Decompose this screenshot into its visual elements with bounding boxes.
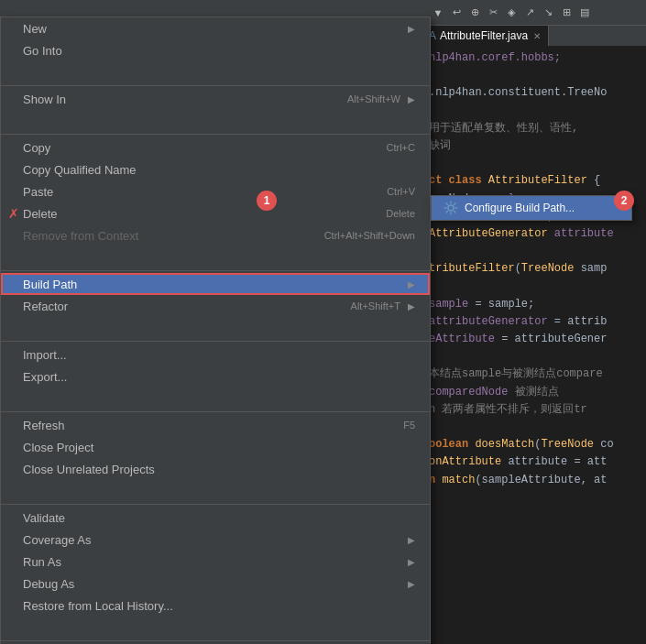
context-menu: New▶Go IntoShow InAlt+Shift+W▶CopyCtrl+C… [0,16,431,644]
toolbar-add-icon[interactable]: ⊕ [466,5,483,21]
menu-item-delete[interactable]: ✗DeleteDelete [1,202,430,224]
menu-item-run-as[interactable]: Run As▶ [1,551,430,573]
menu-item-label-debug-as: Debug As [23,577,400,591]
menu-item-validate[interactable]: Validate [1,507,430,529]
toolbar-dropdown-icon[interactable]: ▼ [430,5,446,21]
menu-item-label-restore-history: Restore from Local History... [23,599,415,613]
menu-separator [1,341,430,342]
menu-item-label-close-project: Close Project [23,441,415,454]
menu-item-refresh[interactable]: RefreshF5 [1,414,430,436]
menu-item-import[interactable]: Import... [1,344,430,366]
menu-item-arrow-new: ▶ [408,24,415,34]
menu-item-undefined[interactable] [1,480,430,502]
badge-1: 1 [257,191,277,211]
menu-item-arrow-refactor: ▶ [408,301,415,311]
toolbar-grid-icon[interactable]: ⊞ [558,5,575,21]
menu-item-shortcut-copy: Ctrl+C [387,142,415,153]
toolbar-pin-icon[interactable]: ◈ [503,5,520,21]
code-line: oolean doesMatch(TreeNode co [429,436,639,453]
menu-separator [1,411,430,412]
menu-item-go-into[interactable]: Go Into [1,39,430,61]
menu-item-export[interactable]: Export... [1,366,430,387]
menu-item-undefined[interactable] [1,617,430,639]
code-line: n 若两者属性不排斥，则返回tr [429,401,639,419]
gear-icon [443,200,459,216]
toolbar-expand-icon[interactable]: ↗ [521,5,538,21]
menu-item-restore-history[interactable]: Restore from Local History... [1,595,430,617]
menu-item-shortcut-refresh: F5 [403,420,415,431]
menu-item-label-remove-context: Remove from Context [23,229,302,243]
code-line: 缺词 [429,137,639,155]
menu-item-close-project[interactable]: Close Project [1,436,430,458]
menu-item-copy-qualified[interactable]: Copy Qualified Name [1,158,430,180]
code-line: comparedNode 被测结点 [429,384,639,401]
menu-separator [1,85,430,86]
menu-item-label-build-path: Build Path [23,278,400,291]
menu-item-label-export: Export... [23,370,415,384]
toolbar-list-icon[interactable]: ▤ [576,5,593,21]
menu-item-undefined[interactable] [1,110,430,132]
menu-item-paste[interactable]: PasteCtrl+V [1,180,430,202]
menu-item-icon-delete: ✗ [5,206,23,221]
submenu-label: Configure Build Path... [465,202,575,214]
menu-item-label-go-into: Go Into [23,44,415,58]
code-line [429,155,639,172]
menu-item-label-copy: Copy [23,141,365,155]
toolbar-icons: ▼ ↩ ⊕ ✂ ◈ ↗ ↘ ⊞ ▤ [430,5,593,21]
menu-item-arrow-build-path: ▶ [408,279,415,289]
menu-item-refactor[interactable]: RefactorAlt+Shift+T▶ [1,295,430,317]
code-line: 用于适配单复数、性别、语性, [429,120,639,137]
code-line [429,243,639,260]
menu-item-label-refresh: Refresh [23,419,381,432]
toolbar-cut-icon[interactable]: ✂ [485,5,501,21]
tab-close-icon[interactable]: ✕ [533,31,541,41]
menu-item-label-paste: Paste [23,185,365,199]
code-line: AttributeGenerator attribute [429,225,639,243]
menu-item-label-delete: Delete [23,207,364,221]
menu-item-label-import: Import... [23,348,415,362]
menu-separator [1,270,430,271]
menu-item-label-validate: Validate [23,511,415,525]
toolbar-collapse-icon[interactable]: ↘ [540,5,556,21]
menu-item-debug-as[interactable]: Debug As▶ [1,573,430,595]
menu-item-undefined[interactable] [1,61,430,83]
tab-attributefilter[interactable]: A AttributeFilter.java ✕ [422,26,549,46]
menu-item-copy[interactable]: CopyCtrl+C [1,136,430,158]
menu-item-shortcut-remove-context: Ctrl+Alt+Shift+Down [324,230,415,241]
code-line [429,278,639,295]
code-line: onAttribute attribute = att [429,453,639,471]
code-line [429,348,639,366]
tab-label: AttributeFilter.java [440,29,528,42]
code-line [429,419,639,436]
menu-item-undefined[interactable] [1,387,430,409]
menu-item-close-unrelated[interactable]: Close Unrelated Projects [1,458,430,480]
menu-item-shortcut-paste: Ctrl+V [387,186,415,197]
menu-item-shortcut-refactor: Alt+Shift+T [351,300,400,311]
menu-item-undefined[interactable] [1,317,430,339]
menu-item-arrow-coverage-as: ▶ [408,535,415,545]
menu-item-arrow-run-as: ▶ [408,557,415,567]
menu-item-label-show-in: Show In [23,93,325,106]
submenu-item-configure-build-path[interactable]: Configure Build Path... [432,196,631,220]
menu-item-coverage-as[interactable]: Coverage As▶ [1,529,430,551]
menu-item-show-in[interactable]: Show InAlt+Shift+W▶ [1,88,430,110]
code-line: nlp4han.coref.hobbs; [429,49,639,67]
menu-item-new[interactable]: New▶ [1,17,430,39]
code-line [429,103,639,120]
menu-item-undefined[interactable] [1,246,430,268]
code-line: eAttribute = attributeGener [429,331,639,348]
menu-item-label-close-unrelated: Close Unrelated Projects [23,463,415,476]
code-line [429,67,639,84]
menu-item-build-path[interactable]: Build Path▶ [1,273,430,295]
code-line: tributeFilter(TreeNode samp [429,260,639,278]
menu-item-remove-context[interactable]: Remove from ContextCtrl+Alt+Shift+Down [1,224,430,246]
menu-item-label-new: New [23,22,400,36]
menu-item-label-coverage-as: Coverage As [23,533,400,547]
code-line: ct class AttributeFilter { [429,172,639,190]
badge-2: 2 [614,191,634,211]
menu-item-label-refactor: Refactor [23,300,329,313]
code-line: sample = sample; [429,296,639,313]
toolbar-back-icon[interactable]: ↩ [448,5,465,21]
menu-item-shortcut-delete: Delete [386,208,415,219]
menu-separator [1,640,430,641]
